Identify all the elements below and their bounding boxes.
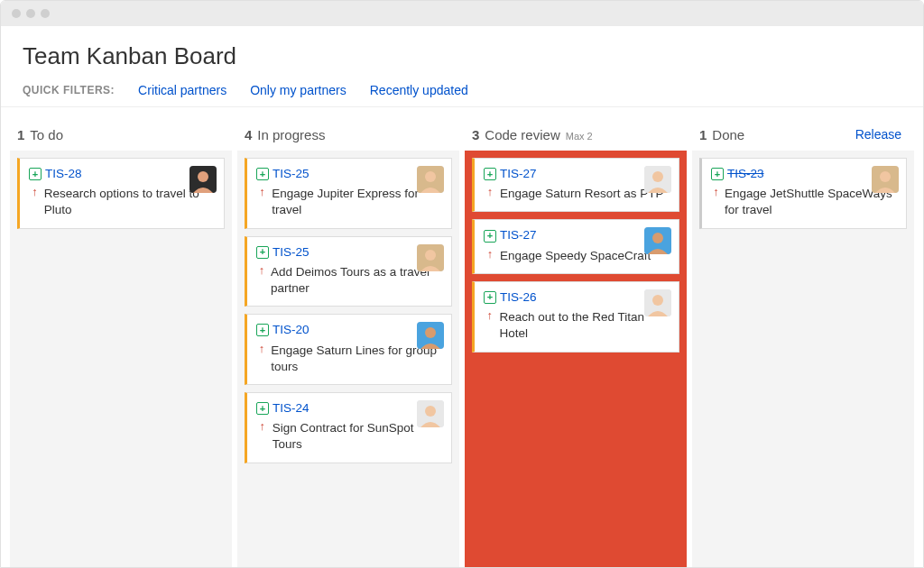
window-control-close[interactable] [12,9,21,18]
window-control-min[interactable] [26,9,35,18]
card[interactable]: + TIS-25 ↑ Engage Jupiter Express for tr… [245,158,452,229]
issue-type-icon: + [29,168,42,180]
svg-point-7 [425,327,436,338]
card[interactable]: + TIS-25 ↑ Add Deimos Tours as a travel … [245,236,452,307]
column-name: To do [30,127,63,142]
column-body[interactable]: + TIS-25 ↑ Engage Jupiter Express for tr… [237,151,459,567]
card[interactable]: + TIS-28 ↑ Research options to travel to… [17,158,225,229]
quick-filters-label: QUICK FILTERS: [23,84,115,96]
column-count: 4 [245,127,252,142]
issue-type-icon: + [256,168,269,180]
card[interactable]: + TIS-27 ↑ Engage Speedy SpaceCraft [472,219,679,273]
issue-type-icon: + [484,168,496,180]
card[interactable]: + TIS-24 ↑ Sign Contract for SunSpot Tou… [245,392,452,463]
column-body[interactable]: + TIS-23 ↑ Engage JetShuttle SpaceWays f… [692,151,914,567]
issue-type-icon: + [484,291,496,304]
filter-recently-updated[interactable]: Recently updated [370,83,468,97]
filter-only-my-partners[interactable]: Only my partners [250,83,346,97]
priority-up-icon: ↑ [484,246,496,262]
priority-up-icon: ↑ [484,184,496,200]
card-summary: Sign Contract for SunSpot Tours [269,420,442,453]
assignee-avatar[interactable] [644,227,671,254]
issue-type-icon: + [711,168,724,180]
svg-point-13 [652,233,663,243]
card[interactable]: + TIS-26 ↑ Reach out to the Red Titan Ho… [472,281,679,353]
column-name: Code review [485,127,559,142]
priority-up-icon: ↑ [256,262,267,279]
issue-key[interactable]: TIS-24 [273,400,310,417]
svg-point-1 [198,171,208,182]
column-code-review[interactable]: 3 Code review Max 2 + TIS-27 ↑ Engage Sa… [465,120,687,567]
assignee-avatar[interactable] [417,400,444,427]
card-summary: Reach out to the Red Titan Hotel [495,309,670,342]
issue-key[interactable]: TIS-26 [500,289,537,306]
column-body[interactable]: + TIS-28 ↑ Research options to travel to… [10,151,232,567]
issue-key[interactable]: TIS-25 [273,166,310,182]
card-summary: Engage Speedy SpaceCraft [496,248,651,264]
assignee-avatar[interactable] [417,244,444,271]
priority-up-icon: ↑ [29,184,41,200]
priority-up-icon: ↑ [256,418,269,435]
quick-filters: QUICK FILTERS: Critical partners Only my… [23,83,901,97]
column-header: 4 In progress [237,120,459,151]
issue-key[interactable]: TIS-25 [273,244,310,261]
window-titlebar [1,1,923,26]
column-name: In progress [257,127,325,142]
issue-key[interactable]: TIS-27 [500,227,537,243]
svg-point-15 [652,295,663,306]
card-summary: Research options to travel to Pluto [41,186,215,218]
priority-up-icon: ↑ [256,184,268,200]
window-control-max[interactable] [41,9,50,18]
release-link[interactable]: Release [855,127,901,142]
assignee-avatar[interactable] [417,322,444,349]
priority-up-icon: ↑ [711,184,721,200]
priority-up-icon: ↑ [256,341,267,357]
card-summary: Add Deimos Tours as a travel partner [267,264,442,297]
board-title: Team Kanban Board [23,42,901,70]
column-done[interactable]: 1 Done Release + TIS-23 ↑ Engage JetShut… [692,120,914,567]
column-count: 1 [17,127,24,142]
issue-key[interactable]: TIS-20 [273,322,310,338]
column-header: 1 To do [10,120,232,151]
card-summary: Engage Saturn Resort as PTP [496,186,664,202]
column-header: 3 Code review Max 2 [465,120,687,151]
issue-type-icon: + [256,324,269,336]
column-to-do[interactable]: 1 To do + TIS-28 ↑ Research options to t… [10,120,232,567]
filter-critical-partners[interactable]: Critical partners [138,83,226,97]
browser-window: Team Kanban Board QUICK FILTERS: Critica… [0,0,924,568]
column-header: 1 Done Release [692,120,914,151]
svg-point-3 [425,171,436,182]
column-count: 3 [472,127,479,142]
assignee-avatar[interactable] [644,289,671,316]
issue-type-icon: + [484,230,496,243]
svg-point-9 [425,406,436,417]
column-max-label: Max 2 [566,131,593,142]
column-name: Done [712,127,744,142]
card-summary: Engage JetShuttle SpaceWays for travel [721,186,897,218]
issue-key[interactable]: TIS-28 [45,166,82,182]
issue-key[interactable]: TIS-27 [500,166,537,182]
svg-point-17 [880,171,891,182]
card-summary: Engage Jupiter Express for travel [268,186,442,218]
column-in-progress[interactable]: 4 In progress + TIS-25 ↑ Engage Jupiter … [237,120,459,567]
column-body[interactable]: + TIS-27 ↑ Engage Saturn Resort as PTP +… [465,151,687,567]
assignee-avatar[interactable] [189,166,217,193]
issue-type-icon: + [256,246,269,259]
assignee-avatar[interactable] [872,166,899,193]
issue-type-icon: + [256,402,269,415]
assignee-avatar[interactable] [644,166,671,193]
svg-point-5 [425,250,436,261]
priority-up-icon: ↑ [484,307,495,324]
card[interactable]: + TIS-20 ↑ Engage Saturn Lines for group… [245,314,452,385]
card[interactable]: + TIS-23 ↑ Engage JetShuttle SpaceWays f… [699,158,907,229]
assignee-avatar[interactable] [417,166,444,193]
column-count: 1 [699,127,707,142]
svg-point-11 [652,171,663,182]
kanban-board: 1 To do + TIS-28 ↑ Research options to t… [1,107,923,567]
issue-key[interactable]: TIS-23 [727,166,764,182]
board-header: Team Kanban Board QUICK FILTERS: Critica… [1,26,923,107]
card-summary: Engage Saturn Lines for group tours [267,343,442,375]
card[interactable]: + TIS-27 ↑ Engage Saturn Resort as PTP [472,158,679,212]
